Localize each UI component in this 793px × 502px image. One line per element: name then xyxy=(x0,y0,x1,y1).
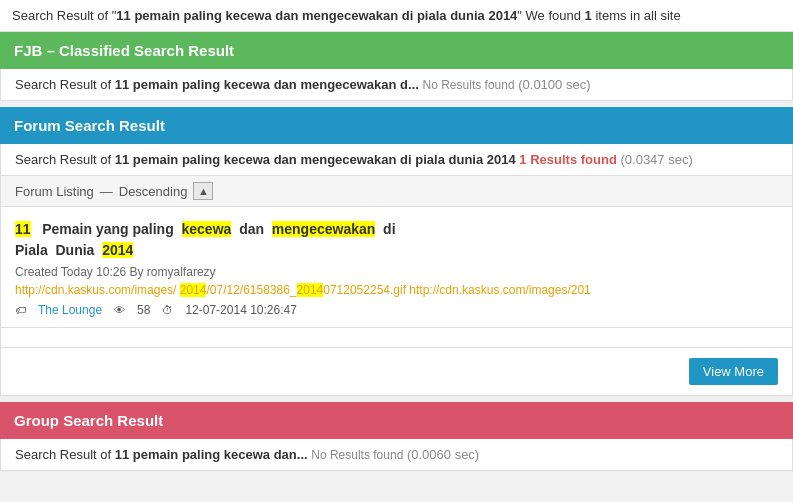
fjb-time: (0.0100 sec) xyxy=(518,77,590,92)
t5: mengecewakan xyxy=(272,221,376,237)
result-title: 11 Pemain yang paling kecewa dan mengece… xyxy=(15,219,778,261)
group-header: Group Search Result xyxy=(0,402,793,439)
topbar-count: 1 xyxy=(585,8,592,23)
result-created: Created Today 10:26 By romyalfarezy xyxy=(15,265,778,279)
fjb-body: Search Result of 11 pemain paling kecewa… xyxy=(0,69,793,101)
forum-dash: — xyxy=(100,184,113,199)
tag-icon xyxy=(15,303,26,317)
t7: Piala Dunia xyxy=(15,242,102,258)
forum-sort-dir: Descending xyxy=(119,184,188,199)
topbar-query: 11 pemain paling kecewa dan mengecewakan… xyxy=(116,8,517,23)
result-url: http://cdn.kaskus.com/images/ 2014/07/12… xyxy=(15,283,778,297)
forum-time: (0.0347 sec) xyxy=(620,152,692,167)
fjb-header: FJB – Classified Search Result xyxy=(0,32,793,69)
time-icon xyxy=(162,303,173,317)
url-year1: 2014 xyxy=(180,283,207,297)
fjb-section: FJB – Classified Search Result Search Re… xyxy=(0,32,793,101)
fjb-no-results: No Results found xyxy=(423,78,515,92)
t1: 11 xyxy=(15,221,31,237)
group-time: (0.0060 sec) xyxy=(407,447,479,462)
forum-search-prefix: Search Result of xyxy=(15,152,115,167)
view-count: 58 xyxy=(137,303,150,317)
title-highlight-1: 11 Pemain yang paling kecewa dan mengece… xyxy=(15,221,396,237)
created-label: Created Today 10:26 By romyalfarezy xyxy=(15,265,216,279)
t4: dan xyxy=(239,221,264,237)
t8: 2014 xyxy=(102,242,133,258)
t2: Pemain yang paling xyxy=(42,221,173,237)
topbar-prefix: Search Result of " xyxy=(12,8,116,23)
fjb-search-prefix: Search Result of xyxy=(15,77,115,92)
title-line2: Piala Dunia 2014 xyxy=(15,242,133,258)
forum-search-query: 11 pemain paling kecewa dan mengecewakan… xyxy=(115,152,516,167)
result-datetime: 12-07-2014 10:26:47 xyxy=(185,303,296,317)
sort-icon[interactable]: ▲ xyxy=(193,182,213,200)
forum-result-card: 11 Pemain yang paling kecewa dan mengece… xyxy=(0,207,793,328)
url-year2: 2014 xyxy=(297,283,324,297)
group-body: Search Result of 11 pemain paling kecewa… xyxy=(0,439,793,471)
spacer-row xyxy=(0,328,793,348)
forum-section: Forum Search Result Search Result of 11 … xyxy=(0,107,793,396)
topbar-count-suffix: items in all site xyxy=(592,8,681,23)
result-tags: The Lounge 58 12-07-2014 10:26:47 xyxy=(15,303,778,317)
forum-results-count: 1 Results found xyxy=(519,152,617,167)
view-icon xyxy=(114,303,125,317)
view-more-button[interactable]: View More xyxy=(689,358,778,385)
group-no-results: No Results found xyxy=(311,448,403,462)
group-search-query: 11 pemain paling kecewa dan... xyxy=(115,447,308,462)
forum-header: Forum Search Result xyxy=(0,107,793,144)
forum-listing-label: Forum Listing xyxy=(15,184,94,199)
t6: di xyxy=(383,221,395,237)
forum-search-summary: Search Result of 11 pemain paling kecewa… xyxy=(0,144,793,176)
view-more-bar: View More xyxy=(0,348,793,396)
forum-sort-bar: Forum Listing — Descending ▲ xyxy=(0,176,793,207)
fjb-search-query: 11 pemain paling kecewa dan mengecewakan… xyxy=(115,77,419,92)
t3: kecewa xyxy=(182,221,232,237)
group-search-prefix: Search Result of xyxy=(15,447,115,462)
topbar-suffix: " We found xyxy=(517,8,584,23)
tag-lounge[interactable]: The Lounge xyxy=(38,303,102,317)
top-search-bar: Search Result of "11 pemain paling kecew… xyxy=(0,0,793,32)
group-section: Group Search Result Search Result of 11 … xyxy=(0,402,793,471)
